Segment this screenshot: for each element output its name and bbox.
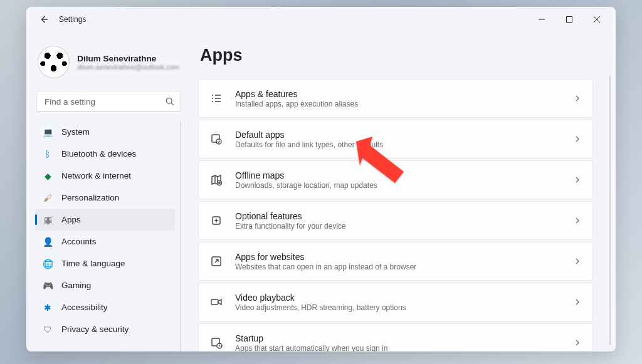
sidebar-item-bluetooth[interactable]: ᛒBluetooth & devices [35, 143, 175, 165]
privacy-icon: 🛡 [43, 325, 53, 335]
avatar [38, 46, 70, 78]
setting-title: Video playback [235, 293, 561, 303]
chevron-right-icon [574, 135, 581, 143]
setting-subtitle: Apps that start automatically when you s… [235, 344, 561, 352]
close-button[interactable] [583, 9, 611, 29]
profile-name: Dilum Senevirathne [77, 54, 179, 63]
sidebar-item-gaming[interactable]: 🎮Gaming [35, 274, 175, 296]
startup-icon [210, 336, 223, 349]
titlebar-title: Settings [59, 15, 86, 24]
back-button[interactable] [35, 11, 53, 28]
setting-title: Apps & features [235, 89, 561, 99]
arrow-left-icon [39, 15, 48, 24]
network-icon: ◆ [43, 171, 53, 181]
titlebar: Settings [26, 7, 616, 32]
setting-subtitle: Websites that can open in an app instead… [235, 263, 561, 271]
chevron-right-icon [574, 95, 581, 102]
svg-rect-7 [211, 299, 218, 304]
setting-subtitle: Video adjustments, HDR streaming, batter… [235, 303, 561, 312]
personalization-icon: 🖌 [43, 193, 53, 203]
setting-startup[interactable]: StartupApps that start automatically whe… [198, 323, 593, 351]
video-playback-icon [210, 296, 223, 308]
settings-window: Settings Dilum Senevirathne dilum.senevi… [26, 7, 616, 351]
setting-text: Default appsDefaults for file and link t… [235, 130, 561, 149]
setting-text: Offline mapsDownloads, storage location,… [235, 170, 561, 190]
accounts-icon: 👤 [43, 237, 53, 247]
main-panel: Apps Apps & featuresInstalled apps, app … [188, 32, 616, 351]
setting-subtitle: Defaults for file and link types, other … [235, 140, 561, 149]
sidebar-item-system[interactable]: 💻System [35, 121, 175, 143]
setting-video-playback[interactable]: Video playbackVideo adjustments, HDR str… [198, 283, 593, 321]
sidebar-item-time[interactable]: 🌐Time & language [35, 252, 175, 274]
setting-title: Optional features [235, 211, 561, 221]
maximize-icon [566, 16, 572, 23]
gaming-icon: 🎮 [43, 281, 53, 291]
sidebar: Dilum Senevirathne dilum.senevirathne@ou… [26, 32, 188, 351]
chevron-right-icon [574, 339, 581, 346]
chevron-right-icon [574, 176, 581, 184]
setting-text: Apps for websitesWebsites that can open … [235, 252, 561, 271]
svg-rect-0 [567, 17, 572, 23]
sidebar-item-label: Accounts [61, 237, 97, 246]
optional-features-icon [210, 214, 223, 227]
sidebar-item-personalization[interactable]: 🖌Personalization [35, 187, 175, 209]
profile-email: dilum.senevirathne@outlook.com [77, 63, 179, 71]
profile-text: Dilum Senevirathne dilum.senevirathne@ou… [77, 54, 179, 71]
setting-apps-features[interactable]: Apps & featuresInstalled apps, app execu… [198, 79, 593, 118]
chevron-right-icon [574, 298, 581, 306]
system-icon: 💻 [43, 127, 53, 137]
time-icon: 🌐 [43, 259, 53, 269]
setting-optional-features[interactable]: Optional featuresExtra functionality for… [198, 201, 593, 240]
setting-subtitle: Downloads, storage location, map updates [235, 181, 561, 190]
setting-default-apps[interactable]: Default appsDefaults for file and link t… [198, 120, 593, 159]
setting-offline-maps[interactable]: Offline mapsDownloads, storage location,… [198, 160, 593, 199]
chevron-right-icon [574, 257, 581, 265]
sidebar-item-label: Apps [61, 215, 81, 224]
setting-text: Video playbackVideo adjustments, HDR str… [235, 293, 561, 312]
search-wrap [36, 91, 181, 112]
sidebar-item-network[interactable]: ◆Network & internet [35, 165, 175, 187]
search-icon [166, 97, 174, 106]
accessibility-icon: ✱ [43, 303, 53, 313]
setting-subtitle: Extra functionality for your device [235, 222, 561, 231]
chevron-right-icon [574, 217, 581, 224]
apps-icon: ▦ [43, 215, 53, 225]
svg-point-1 [166, 98, 172, 103]
page-title: Apps [200, 46, 597, 65]
bluetooth-icon: ᛒ [43, 149, 53, 159]
setting-subtitle: Installed apps, app execution aliases [235, 100, 561, 108]
scroll-indicator [181, 121, 181, 351]
sidebar-item-accounts[interactable]: 👤Accounts [35, 231, 175, 252]
minimize-button[interactable] [528, 9, 555, 29]
setting-text: Apps & featuresInstalled apps, app execu… [235, 89, 561, 108]
offline-maps-icon [210, 174, 223, 186]
setting-title: Default apps [235, 130, 561, 140]
settings-list: Apps & featuresInstalled apps, app execu… [198, 79, 597, 351]
main-scrollbar[interactable] [609, 76, 611, 345]
close-icon [594, 16, 600, 23]
setting-apps-websites[interactable]: Apps for websitesWebsites that can open … [198, 242, 593, 281]
sidebar-item-label: Accessibility [61, 303, 108, 312]
sidebar-item-accessibility[interactable]: ✱Accessibility [35, 296, 175, 318]
setting-text: StartupApps that start automatically whe… [235, 333, 561, 352]
sidebar-item-label: System [61, 127, 90, 137]
default-apps-icon [210, 133, 223, 145]
sidebar-item-label: Personalization [61, 193, 119, 202]
minimize-icon [539, 16, 545, 23]
search-input[interactable] [36, 91, 181, 112]
setting-title: Startup [235, 333, 561, 343]
setting-text: Optional featuresExtra functionality for… [235, 211, 561, 231]
window-body: Dilum Senevirathne dilum.senevirathne@ou… [26, 32, 616, 351]
svg-point-3 [216, 139, 221, 144]
profile-section[interactable]: Dilum Senevirathne dilum.senevirathne@ou… [35, 39, 182, 91]
sidebar-item-apps[interactable]: ▦Apps [35, 209, 175, 231]
sidebar-item-label: Privacy & security [61, 325, 129, 334]
setting-title: Apps for websites [235, 252, 561, 262]
sidebar-nav: 💻SystemᛒBluetooth & devices◆Network & in… [35, 121, 182, 351]
apps-features-icon [210, 92, 223, 105]
sidebar-item-label: Time & language [61, 259, 125, 268]
setting-title: Offline maps [235, 170, 561, 180]
apps-websites-icon [210, 255, 223, 268]
maximize-button[interactable] [555, 9, 583, 29]
sidebar-item-privacy[interactable]: 🛡Privacy & security [35, 318, 175, 340]
